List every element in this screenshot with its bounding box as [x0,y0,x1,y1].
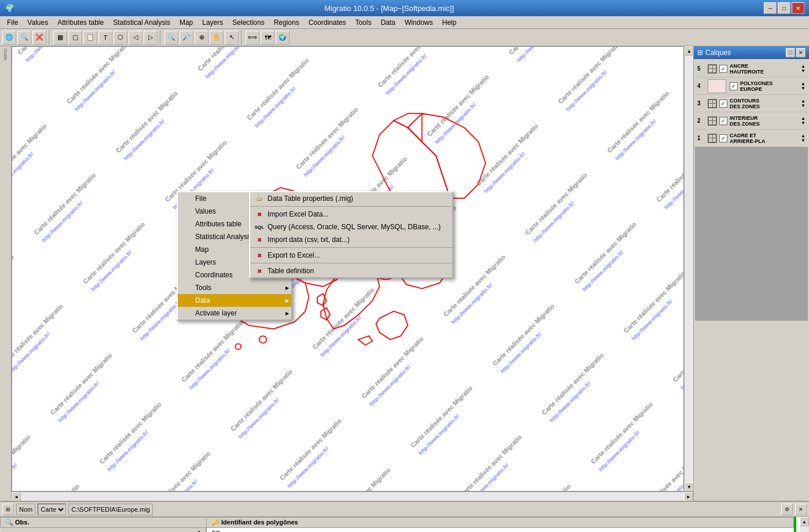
submenu-export-excel[interactable]: ✖ Export to Excel... [250,249,452,262]
submenu-query-icon: SQL [255,222,264,232]
layer-name-4: POLYGONESEUROPE [740,80,799,92]
tb-btn-1[interactable]: 🌐 [2,31,16,45]
menu-values[interactable]: Values [23,16,53,29]
ctx-attributes-icon [182,219,192,229]
ctx-data-label: Data [195,296,210,304]
ctx-layers-label: Layers [195,258,216,266]
tb-btn-17[interactable]: 🗺 [261,31,274,45]
ctx-values-icon [182,207,192,216]
tb-btn-3[interactable]: ❌ [32,31,46,45]
menu-attributes-table[interactable]: Attributes table [53,16,108,29]
left-sidebar: Outils [0,46,12,501]
tb-btn-13[interactable]: ⊕ [195,31,208,45]
menu-map[interactable]: Map [175,16,197,29]
calques-close-btn[interactable]: ✕ [796,48,806,57]
tb-btn-5[interactable]: ▢ [68,31,82,45]
menu-regions[interactable]: Regions [269,16,304,29]
tb-btn-2[interactable]: 🔍 [17,31,31,45]
scroll-up-button[interactable]: ▲ [684,46,694,56]
ctx-coordinates-label: Coordinates [195,271,233,279]
tb-btn-9[interactable]: ◁ [129,31,142,45]
table-close-btn[interactable]: ✕ [795,504,807,515]
layer-down-arrow-3[interactable]: ▼ [801,104,806,108]
tb-btn-11[interactable]: 🔍 [164,31,178,45]
submenu-query[interactable]: SQL Query (Access, Oracle, SQL Server, M… [250,221,452,233]
menu-selections[interactable]: Selections [228,16,269,29]
submenu-data-table-props[interactable]: 🗂 Data Table properties (.mig) [250,192,452,205]
menu-tools[interactable]: Tools [350,16,376,29]
map-vertical-scrollbar[interactable]: ▲ ▼ [684,46,693,491]
layer-down-arrow-2[interactable]: ▼ [801,121,806,126]
bottom-area: ⊞ Nom Carte C:\SOFTPEDIA\Europe.mig ⚙ ✕ … [0,501,809,532]
tb-btn-12[interactable]: 🔎 [180,31,193,45]
menu-windows[interactable]: Windows [400,16,438,29]
menu-data[interactable]: Data [376,16,400,29]
layer-check-3[interactable]: ✓ [719,100,727,108]
window-controls: ─ □ ✕ [764,2,804,14]
layer-check-5[interactable]: ✓ [719,65,727,73]
layer-grid-icon-3 [708,99,717,108]
submenu-sep-3 [250,263,452,263]
tb-btn-6[interactable]: 📋 [83,31,97,45]
calques-restore-btn[interactable]: □ [786,48,795,57]
submenu-table-def[interactable]: ✖ Table definition [250,265,452,277]
submenu-import-excel[interactable]: ✖ Import Excel Data... [250,208,452,221]
toolbar-separator-2 [160,31,162,45]
ctx-layers-icon [182,258,192,267]
tb-btn-14[interactable]: ✋ [210,31,224,45]
table-row[interactable]: 1 ES [1,528,794,533]
menu-layers[interactable]: Layers [197,16,228,29]
table-scroll-up[interactable]: ▲ [800,517,809,526]
menu-help[interactable]: Help [437,16,461,29]
layer-name-1: CADRE ETARRIERE-PLA [730,133,799,144]
svg-point-3 [259,336,266,343]
layer-down-arrow-5[interactable]: ▼ [801,69,806,74]
submenu-props-icon: 🗂 [255,194,264,203]
svg-point-4 [236,344,241,350]
layer-down-arrow-1[interactable]: ▼ [801,138,806,143]
scroll-down-button[interactable]: ▼ [684,482,694,491]
tb-btn-7[interactable]: T [98,31,112,45]
submenu-import-data[interactable]: ✖ Import data (csv, txt, dat...) [250,233,452,246]
ctx-activate-layer[interactable]: Activate layer [178,307,291,320]
tb-btn-16[interactable]: ⟺ [246,31,259,45]
layer-arrows-3: ▲ ▼ [801,99,806,108]
tb-btn-18[interactable]: 🌍 [276,31,290,45]
layer-check-1[interactable]: ✓ [719,134,727,142]
menu-coordinates[interactable]: Coordinates [304,16,351,29]
layer-down-arrow-4[interactable]: ▼ [801,86,806,91]
close-button[interactable]: ✕ [792,2,804,14]
table-body: 1 ES 2 FR 3 IT 4 LU [1,528,794,533]
layer-check-4[interactable]: ✓ [730,82,738,90]
scroll-right-button[interactable]: ► [684,492,693,501]
table-tb-1[interactable]: ⊞ [2,504,14,515]
table-scroll-track[interactable] [800,526,809,532]
table-scrollbar[interactable]: ▲ ▼ [800,517,809,532]
scroll-track-v[interactable] [684,56,693,482]
menu-file[interactable]: File [2,16,23,29]
table-settings-btn[interactable]: ⚙ [781,504,793,515]
tb-btn-10[interactable]: ▷ [144,31,158,45]
map-horizontal-scrollbar[interactable]: ◄ ► [12,491,693,501]
layer-row-5: 5 ✓ ANCREHAUTDROITE ▲ ▼ [695,60,808,78]
sidebar-label: Outils [3,49,8,60]
nom-select[interactable]: Carte [38,504,66,515]
submenu-export-icon: ✖ [255,251,264,260]
minimize-button[interactable]: ─ [764,2,777,14]
table-main: 🔍 Obs. 🔑 Identifiant des polygônes 1 ES [0,517,794,532]
restore-button[interactable]: □ [778,2,790,14]
ctx-data[interactable]: Data [178,294,291,307]
calques-header: ⊞ Calques □ ✕ [694,46,809,59]
scroll-left-button[interactable]: ◄ [12,492,21,501]
layer-check-2[interactable]: ✓ [719,117,727,125]
menu-statistical-analysis[interactable]: Statistical Analysis [108,16,175,29]
layer-num-2: 2 [697,118,705,124]
tb-btn-15[interactable]: ↖ [225,31,239,45]
ctx-tools[interactable]: Tools [178,281,291,294]
col-id[interactable]: 🔑 Identifiant des polygônes [206,518,793,528]
tb-btn-8[interactable]: ⬡ [114,31,127,45]
ctx-map-label: Map [195,245,208,254]
scroll-track-h[interactable] [21,492,684,501]
tb-btn-4[interactable]: ▦ [53,31,67,45]
submenu-excel-icon: ✖ [255,210,264,219]
